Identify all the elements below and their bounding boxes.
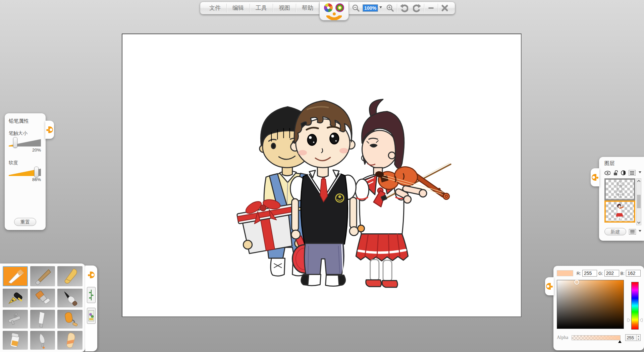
layer-opacity-icon[interactable] (621, 170, 626, 175)
redo-button[interactable] (411, 2, 424, 14)
drawing-canvas[interactable] (122, 34, 522, 317)
minimize-button[interactable] (424, 2, 438, 14)
g-label: G: (598, 271, 603, 276)
hue-marker-right-icon[interactable] (638, 318, 642, 322)
clown-ear-icon[interactable] (88, 272, 95, 278)
scrollbar-thumb[interactable] (637, 195, 641, 208)
alpha-marker-icon[interactable] (618, 339, 622, 343)
hue-slider[interactable] (631, 282, 639, 330)
tool-pencil[interactable] (3, 266, 28, 286)
tool-eraser[interactable] (57, 331, 83, 350)
plant-brush-preview-tab[interactable] (87, 287, 96, 303)
mascot-clown-button[interactable] (319, 2, 349, 20)
zoom-in-button[interactable] (383, 2, 397, 14)
minimize-icon (428, 7, 434, 9)
alpha-spinner[interactable]: ▲ ▼ (625, 334, 641, 341)
zoom-level-combo[interactable]: 100% (363, 4, 378, 12)
mascot-smile-icon (326, 15, 342, 20)
crayon-icon (61, 267, 79, 286)
tool-airbrush[interactable] (3, 310, 28, 329)
layer-unlock-icon[interactable] (613, 170, 618, 176)
pencil-icon (6, 267, 24, 286)
close-button[interactable] (438, 2, 451, 14)
b-label: B: (621, 271, 625, 276)
color-picker-panel: R: G: B: Alpha ▲ ▼ (553, 266, 644, 350)
picture-preview-tab[interactable] (87, 308, 96, 324)
tool-paint-knife[interactable] (30, 331, 55, 350)
reset-button[interactable]: 重置 (14, 218, 36, 226)
layer-menu-caret-icon[interactable] (639, 171, 641, 175)
clown-ear-icon (46, 126, 53, 133)
eraser-icon (61, 331, 79, 350)
panel-collapse-tab[interactable] (591, 168, 599, 186)
hue-marker-left-icon[interactable] (628, 318, 632, 322)
tool-palette-knife[interactable] (30, 310, 55, 329)
paint-roller-icon (61, 310, 79, 329)
layers-footer-caret-icon[interactable] (639, 230, 641, 233)
new-layer-button[interactable]: 新建 (604, 228, 626, 235)
tool-fountain-pen[interactable] (3, 289, 28, 307)
picture-thumbnail-icon (88, 309, 94, 322)
slider-fill (9, 169, 37, 176)
layers-footer-menu-button[interactable] (629, 229, 636, 235)
layer-visibility-eye-icon[interactable] (604, 171, 610, 175)
zoom-out-button[interactable] (349, 2, 363, 14)
tool-crayon[interactable] (57, 266, 83, 286)
character-pingpong-boy (290, 101, 365, 286)
plant-sketch-icon (88, 288, 94, 302)
menu-file[interactable]: 文件 (204, 2, 226, 14)
undo-button[interactable] (397, 2, 411, 14)
zoom-out-icon (352, 4, 360, 12)
menu-edit[interactable]: 编辑 (227, 2, 250, 14)
fountain-pen-icon (6, 289, 24, 307)
pencil-properties-panel: 铅笔属性 笔触大小 20% 软度 86% 重置 (5, 113, 46, 230)
b-input[interactable] (626, 270, 641, 277)
clown-ear-icon (592, 174, 598, 181)
alpha-spin-up-icon[interactable]: ▲ (637, 335, 640, 338)
paint-tube-icon (6, 331, 24, 350)
alpha-slider[interactable] (572, 335, 621, 340)
sketch-layer-thumbnail (614, 181, 626, 198)
zoom-level-value: 100% (363, 5, 378, 11)
brush-size-slider-handle[interactable] (13, 137, 17, 148)
close-icon (441, 4, 448, 12)
menu-help[interactable]: 帮助 (296, 2, 319, 14)
redo-icon (413, 4, 422, 12)
alpha-spin-down-icon[interactable]: ▼ (637, 338, 640, 341)
tool-flat-brush[interactable] (30, 289, 55, 307)
layer-item-color[interactable] (604, 200, 635, 223)
layers-scrollbar[interactable] (636, 178, 641, 225)
softness-value: 86% (9, 177, 41, 182)
layer-menu-button[interactable] (629, 170, 636, 176)
mascot-slot (319, 2, 349, 14)
mascot-pinwheel-eye-icon (324, 3, 333, 12)
brush-size-slider[interactable] (9, 139, 41, 146)
character-violin-girl (355, 99, 450, 287)
softness-slider[interactable] (9, 169, 41, 176)
tool-paint-roller[interactable] (57, 310, 83, 329)
palette-side-tabs (85, 266, 97, 351)
tool-wood-pencil[interactable] (30, 266, 55, 286)
panel-collapse-tab[interactable] (45, 121, 54, 139)
slider-fill (9, 139, 13, 146)
layer-item-sketch[interactable] (604, 178, 635, 200)
layers-panel: 图层 (599, 157, 644, 241)
palette-knife-icon (33, 310, 52, 329)
tool-paint-tube[interactable] (3, 331, 28, 350)
alpha-input[interactable] (626, 335, 636, 341)
scroll-up-icon[interactable] (637, 180, 641, 183)
tool-ink-brush[interactable] (57, 289, 83, 307)
brush-size-value: 20% (9, 148, 41, 153)
r-input[interactable] (582, 270, 597, 277)
g-input[interactable] (604, 270, 619, 277)
tool-palette (0, 263, 85, 352)
saturation-value-picker[interactable] (557, 280, 624, 329)
menu-view[interactable]: 视图 (273, 2, 296, 14)
scroll-down-icon[interactable] (637, 221, 641, 224)
current-color-swatch (557, 270, 573, 276)
menu-tools[interactable]: 工具 (250, 2, 273, 14)
sv-cursor[interactable] (574, 280, 579, 285)
softness-slider-handle[interactable] (34, 167, 39, 177)
panel-collapse-tab[interactable] (545, 277, 554, 295)
zoom-dropdown-caret-icon[interactable] (379, 6, 382, 10)
